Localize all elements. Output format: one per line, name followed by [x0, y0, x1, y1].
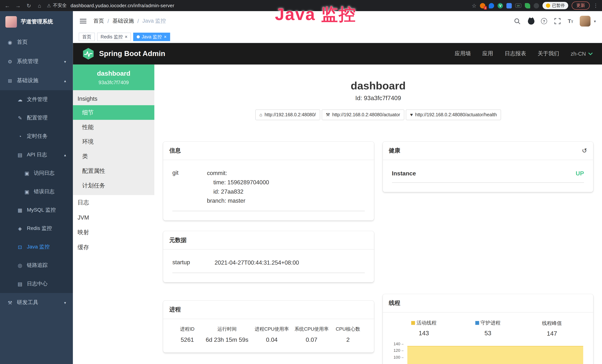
sba-instance-header[interactable]: dashboard 93a3fc7f7409 [73, 64, 154, 90]
annotation-text: Java 监控 [275, 3, 356, 26]
fullscreen-icon[interactable] [554, 17, 561, 25]
tag-java-monitor[interactable]: Java 监控 × [133, 33, 170, 41]
security-indicator[interactable]: ⚠ 不安全 [47, 2, 67, 9]
sba-nav-journal[interactable]: 日志报表 [505, 50, 526, 57]
bookmark-star-icon[interactable]: ☆ [472, 2, 476, 9]
legend-peak-threads: 线程峰值 147 [520, 320, 584, 337]
app-logo-row[interactable]: 芋道管理系统 [0, 11, 73, 33]
health-card: 健康 ↺ Instance UP [383, 142, 593, 192]
browser-menu-icon[interactable]: ⋮ [593, 3, 598, 8]
page-title: dashboard [154, 80, 602, 92]
tag-home[interactable]: 首页 [79, 33, 95, 41]
timer-icon: ◔ [17, 134, 23, 139]
sidebar-item-api-logs[interactable]: ▤ API 日志 ▴ [0, 146, 73, 164]
sidebar-item-trace[interactable]: ◎ 链路追踪 [0, 256, 73, 274]
sidebar-item-log-center[interactable]: ▤ 日志中心 [0, 275, 73, 293]
sba-nav-about[interactable]: 关于我们 [538, 50, 559, 57]
sba-group-logs[interactable]: 日志 [73, 195, 154, 210]
sba-nav-links: 应用墙 应用 日志报表 关于我们 zh-CN [455, 50, 593, 57]
reload-icon[interactable]: ↻ [25, 2, 32, 9]
close-icon[interactable]: × [164, 34, 167, 39]
main-column: 首页 / 基础设施 / Java 监控 ? TT [73, 11, 602, 364]
process-cpu-value: 0.04 [252, 336, 292, 343]
sba-item-scheduled-tasks[interactable]: 计划任务 [73, 178, 154, 193]
actuator-link-button[interactable]: ⚒ http://192.168.0.2:48080/actuator [322, 109, 404, 120]
sba-item-config-props[interactable]: 配置属性 [73, 163, 154, 178]
dashboard-icon: ◉ [7, 39, 13, 45]
sba-item-environment[interactable]: 环境 [73, 134, 154, 149]
edit-icon: ✎ [17, 115, 23, 121]
sidebar-item-label: API 日志 [27, 151, 47, 158]
screenshot-root: ← → ↻ ⌂ ⚠ 不安全 dashboard.yudao.iocoder.cn… [0, 0, 602, 364]
eye-icon: ◎ [17, 262, 23, 268]
sidebar-item-label: 访问日志 [34, 170, 54, 177]
sba-group-caches[interactable]: 缓存 [73, 240, 154, 255]
extension-icon[interactable] [506, 3, 512, 8]
info-card-title: 信息 [163, 142, 374, 160]
address-bar[interactable]: dashboard.yudao.iocoder.cn/infra/admin-s… [71, 3, 174, 8]
sba-sidebar: dashboard 93a3fc7f7409 Insights 细节 性能 环境… [73, 64, 154, 364]
sba-group-mappings[interactable]: 映射 [73, 225, 154, 240]
sidebar-toggle-icon[interactable] [79, 17, 87, 25]
sidebar-item-java-monitor[interactable]: ⊡ Java 监控 [0, 238, 73, 256]
search-icon[interactable] [514, 17, 521, 25]
sidebar-item-file-management[interactable]: ☁ 文件管理 [0, 90, 73, 109]
sba-brand-title[interactable]: Spring Boot Admin [99, 50, 165, 58]
health-card-title: 健康 [389, 147, 400, 154]
browser-update-button[interactable]: 更新 [572, 1, 590, 10]
sidebar-item-label: MySQL 监控 [27, 207, 56, 214]
health-link-button[interactable]: ♥ http://192.168.0.2:48080/actuator/heal… [406, 109, 501, 120]
tag-redis-monitor[interactable]: Redis 监控 × [97, 33, 131, 41]
history-icon[interactable]: ↺ [582, 147, 587, 154]
sidebar-item-home[interactable]: ◉ 首页 [0, 33, 73, 52]
left-column: 信息 git commit: time: 1596289704000 [163, 142, 374, 364]
extension-icon[interactable]: V [498, 3, 503, 8]
sidebar-item-scheduled-tasks[interactable]: ◔ 定时任务 [0, 127, 73, 145]
sba-item-classes[interactable]: 类 [73, 149, 154, 163]
language-selector[interactable]: zh-CN [571, 51, 593, 57]
health-instance-row[interactable]: Instance UP [392, 167, 584, 183]
wrench-icon: ⚒ [326, 112, 330, 118]
paused-badge[interactable]: 已暂停 [542, 2, 568, 9]
extension-badge: 1 [484, 6, 487, 10]
sba-nav-applications[interactable]: 应用 [483, 50, 493, 57]
sidebar-item-redis-monitor[interactable]: ◈ Redis 监控 [0, 219, 73, 237]
threads-card: 线程 活动线程 143 守护进程 [383, 294, 593, 364]
sidebar-item-access-logs[interactable]: ▣ 访问日志 [0, 164, 73, 182]
user-avatar[interactable] [580, 16, 591, 27]
sidebar-item-label: 文件管理 [27, 96, 48, 103]
sba-nav-wallboard[interactable]: 应用墙 [455, 50, 471, 57]
legend-live-threads: 活动线程 143 [392, 320, 456, 337]
back-icon[interactable]: ← [4, 2, 11, 9]
sidebar-item-config-management[interactable]: ✎ 配置管理 [0, 109, 73, 127]
close-icon[interactable]: × [125, 34, 128, 39]
sidebar-item-mysql-monitor[interactable]: ▦ MySQL 监控 [0, 201, 73, 219]
home-icon[interactable]: ⌂ [36, 2, 43, 9]
sidebar-item-infrastructure[interactable]: ⊞ 基础设施 ▴ [0, 71, 73, 90]
sba-group-jvm[interactable]: JVM [73, 210, 154, 225]
extension-icon[interactable]: 1 [480, 3, 485, 8]
sidebar-item-error-logs[interactable]: ▣ 错误日志 [0, 182, 73, 201]
font-size-icon[interactable]: TT [568, 18, 573, 24]
github-icon[interactable] [528, 18, 534, 24]
extension-icon[interactable] [489, 3, 494, 8]
sba-content: dashboard Id: 93a3fc7f7409 ⌂ http://192.… [154, 64, 602, 364]
active-dot [137, 35, 140, 39]
forward-icon[interactable]: → [15, 2, 22, 9]
extension-icon[interactable] [525, 3, 530, 8]
uptime-value: 6d 23h 15m 59s [202, 336, 252, 343]
sba-item-performance[interactable]: 性能 [73, 120, 154, 134]
extension-on-badge[interactable]: on [515, 3, 521, 8]
extension-icon[interactable] [534, 3, 539, 8]
home-link-button[interactable]: ⌂ http://192.168.0.2:48080/ [255, 109, 320, 120]
breadcrumb-infrastructure[interactable]: 基础设施 [113, 18, 134, 24]
sidebar-item-system-management[interactable]: ⚙ 系统管理 ▾ [0, 52, 73, 71]
sidebar-item-label: Redis 监控 [27, 225, 52, 232]
chevron-down-icon[interactable]: ▾ [594, 19, 596, 23]
sidebar-item-dev-tools[interactable]: ⚒ 研发工具 ▾ [0, 293, 73, 312]
redis-icon: ◈ [17, 226, 23, 231]
breadcrumb-home[interactable]: 首页 [93, 18, 104, 24]
process-table-header: 进程ID 运行时间 进程CPU使用率 系统CPU使用率 CPU核心数 [172, 326, 365, 332]
sba-item-details[interactable]: 细节 [73, 105, 154, 120]
help-icon[interactable]: ? [541, 18, 547, 24]
